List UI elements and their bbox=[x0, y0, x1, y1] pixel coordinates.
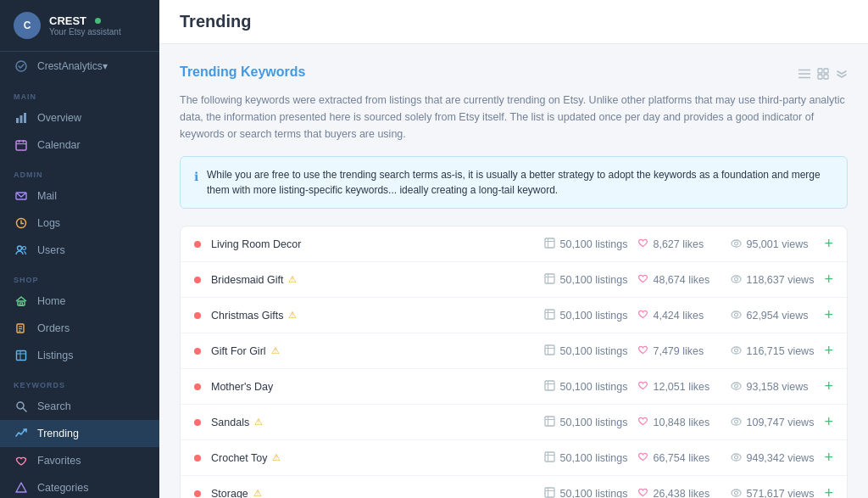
sidebar: C CREST Your Etsy assistant CrestAnalyti… bbox=[0, 0, 159, 498]
likes-icon-0 bbox=[637, 238, 648, 250]
sidebar-item-home[interactable]: Home bbox=[0, 288, 159, 315]
svg-point-63 bbox=[735, 420, 738, 423]
likes-stat-7: 26,438 likes bbox=[637, 487, 731, 498]
add-keyword-button-4[interactable]: + bbox=[824, 378, 833, 395]
add-keyword-button-1[interactable]: + bbox=[824, 271, 833, 288]
likes-stat-2: 4,424 likes bbox=[637, 309, 731, 322]
svg-marker-23 bbox=[16, 483, 26, 492]
list-view-icon[interactable] bbox=[798, 68, 810, 82]
home-icon bbox=[14, 294, 29, 309]
add-keyword-button-7[interactable]: + bbox=[824, 484, 833, 498]
sidebar-item-overview[interactable]: Overview bbox=[0, 104, 159, 131]
svg-point-57 bbox=[732, 383, 741, 389]
sidebar-item-logs[interactable]: Logs bbox=[0, 210, 159, 237]
add-keyword-button-5[interactable]: + bbox=[824, 413, 833, 431]
page-title: Trending bbox=[180, 12, 251, 31]
trending-icon bbox=[14, 426, 29, 441]
sidebar-item-analytics[interactable]: CrestAnalytics ▾ bbox=[0, 52, 159, 81]
views-stat-6: 949,342 views bbox=[731, 451, 824, 464]
listings-stat-3: 50,100 listings bbox=[544, 344, 637, 358]
table-row: Living Room Decor 50,100 listings 8,627 … bbox=[181, 227, 847, 262]
calendar-label: Calendar bbox=[37, 139, 81, 151]
table-row: Bridesmaid Gift ⚠ 50,100 listings 48,674… bbox=[181, 262, 847, 298]
add-keyword-button-3[interactable]: + bbox=[824, 342, 833, 360]
sidebar-item-listings[interactable]: Listings bbox=[0, 342, 159, 369]
svg-point-47 bbox=[732, 311, 741, 318]
svg-rect-30 bbox=[818, 69, 822, 73]
status-dot-1 bbox=[194, 277, 201, 283]
svg-line-22 bbox=[23, 408, 26, 411]
svg-rect-44 bbox=[545, 310, 554, 319]
table-row: Storage ⚠ 50,100 listings 26,438 likes 5… bbox=[181, 476, 847, 498]
sidebar-item-calendar[interactable]: Calendar bbox=[0, 131, 159, 159]
add-keyword-button-0[interactable]: + bbox=[824, 235, 833, 253]
sidebar-item-trending[interactable]: Trending bbox=[0, 420, 159, 447]
sidebar-item-mail[interactable]: Mail bbox=[0, 182, 159, 210]
views-icon-2 bbox=[731, 309, 742, 322]
svg-point-73 bbox=[735, 491, 738, 495]
likes-stat-5: 10,848 likes bbox=[637, 416, 731, 428]
svg-rect-32 bbox=[818, 75, 822, 79]
add-keyword-button-6[interactable]: + bbox=[824, 449, 833, 467]
listings-icon bbox=[14, 348, 29, 363]
orders-label: Orders bbox=[37, 322, 70, 334]
sidebar-item-orders[interactable]: Orders bbox=[0, 315, 159, 342]
svg-point-10 bbox=[18, 246, 22, 250]
likes-stat-4: 12,051 likes bbox=[637, 380, 731, 393]
svg-rect-54 bbox=[545, 381, 554, 390]
views-stat-3: 116,715 views bbox=[731, 344, 824, 357]
forward-icon[interactable] bbox=[836, 68, 848, 82]
mail-label: Mail bbox=[37, 190, 57, 202]
section-toolbar: Trending Keywords bbox=[180, 64, 848, 85]
calendar-icon bbox=[14, 137, 29, 153]
svg-rect-1 bbox=[16, 118, 19, 123]
section-description: The following keywords were extracted fr… bbox=[180, 92, 848, 143]
section-label-shop: SHOP bbox=[0, 264, 159, 288]
users-icon bbox=[14, 243, 29, 258]
warning-icon-6: ⚠ bbox=[272, 452, 281, 463]
svg-point-62 bbox=[732, 418, 741, 425]
listings-icon-3 bbox=[544, 344, 555, 358]
keyword-name-0: Living Room Decor bbox=[211, 238, 321, 250]
analytics-icon bbox=[14, 59, 29, 74]
warning-icon-2: ⚠ bbox=[288, 310, 297, 321]
sidebar-item-categories[interactable]: Categories bbox=[0, 474, 159, 498]
favorites-label: Favorites bbox=[37, 455, 81, 467]
listings-stat-6: 50,100 listings bbox=[544, 451, 637, 465]
listings-stat-4: 50,100 listings bbox=[544, 380, 637, 394]
add-keyword-button-2[interactable]: + bbox=[824, 306, 833, 324]
table-row: Sandals ⚠ 50,100 listings 10,848 likes 1… bbox=[181, 405, 847, 440]
svg-point-58 bbox=[735, 384, 738, 388]
logs-icon bbox=[14, 215, 29, 231]
grid-view-icon[interactable] bbox=[817, 68, 829, 82]
analytics-label: CrestAnalytics bbox=[37, 60, 103, 72]
views-stat-4: 93,158 views bbox=[731, 380, 824, 393]
svg-rect-34 bbox=[545, 238, 554, 248]
svg-point-52 bbox=[732, 347, 741, 354]
sidebar-item-users[interactable]: Users bbox=[0, 237, 159, 264]
status-dot-3 bbox=[194, 348, 201, 355]
sidebar-item-search[interactable]: Search bbox=[0, 393, 159, 420]
views-stat-1: 118,637 views bbox=[731, 273, 824, 286]
keyword-name-1: Bridesmaid Gift ⚠ bbox=[211, 274, 321, 286]
svg-rect-49 bbox=[545, 345, 554, 355]
page-header: Trending bbox=[159, 0, 868, 44]
app-logo: C bbox=[14, 12, 41, 39]
svg-point-42 bbox=[732, 276, 741, 283]
status-dot-7 bbox=[194, 490, 201, 497]
svg-rect-13 bbox=[20, 303, 23, 305]
likes-icon-1 bbox=[637, 273, 648, 286]
svg-point-11 bbox=[23, 247, 26, 250]
sidebar-item-favorites[interactable]: Favorites bbox=[0, 447, 159, 474]
listings-icon-0 bbox=[544, 238, 555, 251]
status-dot-5 bbox=[194, 419, 201, 426]
info-icon: ℹ bbox=[194, 168, 198, 186]
table-row: Mother's Day 50,100 listings 12,051 like… bbox=[181, 369, 847, 405]
home-label: Home bbox=[37, 295, 65, 307]
app-subtitle: Your Etsy assistant bbox=[49, 27, 121, 36]
categories-label: Categories bbox=[37, 482, 88, 494]
keyword-name-3: Gift For Girl ⚠ bbox=[211, 345, 321, 357]
views-icon-6 bbox=[731, 451, 742, 464]
likes-stat-3: 7,479 likes bbox=[637, 344, 731, 357]
chart-icon bbox=[14, 110, 29, 126]
